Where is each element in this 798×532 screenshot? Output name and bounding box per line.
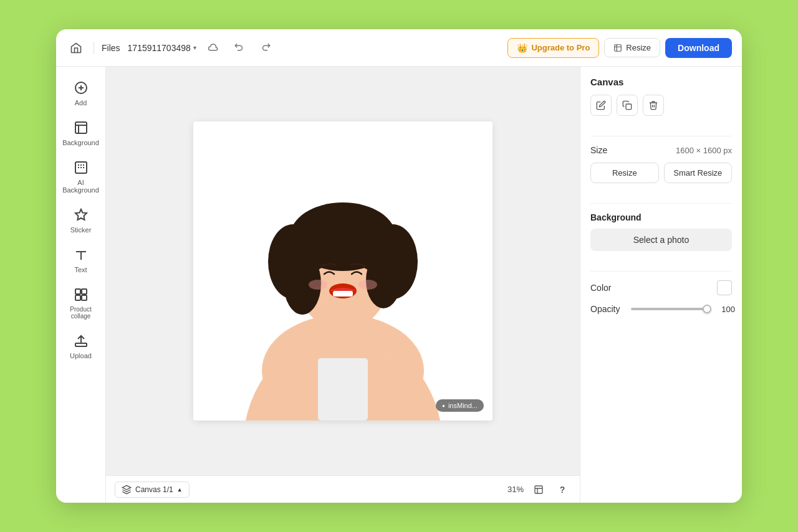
redo-button[interactable] [256, 39, 275, 57]
layers-button[interactable]: Canvas 1/1 ▲ [115, 482, 190, 498]
sidebar-item-sticker[interactable]: Sticker [60, 201, 102, 239]
sidebar-item-ai-background[interactable]: AI Background [60, 154, 102, 199]
sidebar-item-background[interactable]: Background [60, 114, 102, 151]
svg-rect-19 [318, 358, 368, 420]
svg-rect-14 [75, 343, 87, 346]
divider-3 [590, 271, 732, 272]
svg-rect-12 [75, 295, 80, 300]
svg-rect-10 [75, 289, 80, 294]
files-nav[interactable]: Files [102, 43, 120, 53]
sidebar-label-sticker: Sticker [70, 226, 92, 234]
project-chevron-icon: ▾ [193, 44, 196, 51]
home-button[interactable] [66, 38, 86, 58]
download-button[interactable]: Download [665, 38, 732, 58]
sidebar-label-text: Text [74, 266, 87, 273]
layers-icon [122, 485, 132, 495]
canvas-bottom-bar: Canvas 1/1 ▲ 31% ? [106, 475, 580, 503]
sidebar-label-ai-background: AI Background [62, 179, 100, 194]
canvas-area: ● insMind... Canvas 1/1 ▲ 31% [106, 67, 580, 503]
right-panel: Canvas [580, 67, 742, 503]
background-section-title: Background [590, 212, 732, 222]
sidebar-label-add: Add [75, 99, 87, 107]
size-value: 1600 × 1600 px [676, 146, 732, 155]
size-label: Size [590, 145, 607, 155]
cloud-save-button[interactable] [204, 39, 223, 57]
canvas-workspace[interactable]: ● insMind... [106, 67, 580, 475]
sidebar-item-product-collage[interactable]: Product collage [60, 281, 102, 325]
canvas-image [193, 121, 493, 420]
opacity-row: Opacity 100 [590, 304, 732, 314]
divider-1 [590, 136, 732, 136]
select-photo-button[interactable]: Select a photo [590, 229, 732, 251]
svg-point-32 [309, 280, 327, 290]
project-name[interactable]: 1715911703498 ▾ [128, 43, 196, 53]
zoom-value: 31% [507, 485, 524, 494]
product-collage-icon [72, 286, 90, 303]
svg-point-27 [299, 206, 387, 255]
left-sidebar: Add Background [56, 67, 106, 503]
background-icon [72, 119, 90, 136]
duplicate-button[interactable] [617, 95, 638, 116]
text-icon [72, 246, 90, 264]
color-row: Color [590, 280, 732, 295]
undo-button[interactable] [230, 39, 249, 57]
watermark: ● insMind... [436, 399, 484, 412]
help-button[interactable]: ? [554, 481, 571, 498]
sidebar-label-upload: Upload [70, 352, 92, 359]
divider-2 [590, 203, 732, 204]
color-label: Color [590, 283, 611, 293]
svg-rect-0 [615, 44, 622, 51]
resize-button[interactable]: Resize [604, 38, 660, 57]
topbar-divider [94, 42, 94, 54]
panel-title: Canvas [590, 77, 732, 87]
svg-rect-11 [82, 289, 87, 294]
panel-icon-row [590, 95, 732, 116]
sidebar-label-background: Background [62, 139, 99, 146]
sidebar-item-add[interactable]: Add [60, 74, 102, 112]
sidebar-label-product-collage: Product collage [62, 306, 100, 320]
paint-format-button[interactable] [590, 95, 612, 116]
svg-rect-4 [75, 122, 87, 133]
color-swatch[interactable] [717, 280, 732, 295]
size-row: Size 1600 × 1600 px [590, 145, 732, 155]
watermark-dot-icon: ● [442, 403, 445, 409]
svg-rect-31 [333, 291, 353, 297]
main-layout: Add Background [56, 67, 742, 503]
sidebar-item-upload[interactable]: Upload [60, 327, 102, 364]
ai-background-icon [72, 159, 90, 176]
upload-icon [72, 332, 90, 349]
opacity-slider[interactable] [631, 308, 711, 310]
opacity-label: Opacity [590, 304, 625, 314]
resize-action-button[interactable]: Resize [590, 163, 659, 183]
export-icon-button[interactable] [530, 481, 547, 498]
topbar-left: Files 1715911703498 ▾ [66, 38, 500, 58]
sidebar-item-text[interactable]: Text [60, 241, 102, 278]
topbar: Files 1715911703498 ▾ [56, 29, 742, 67]
svg-rect-13 [82, 295, 87, 300]
svg-rect-37 [535, 486, 542, 493]
add-icon [72, 79, 90, 97]
upgrade-to-pro-button[interactable]: 👑 Upgrade to Pro [507, 38, 599, 58]
svg-rect-38 [626, 104, 632, 110]
layers-chevron-icon: ▲ [177, 487, 183, 493]
crown-icon: 👑 [517, 43, 527, 53]
sticker-icon [72, 206, 90, 224]
delete-button[interactable] [643, 95, 664, 116]
canvas-frame: ● insMind... [193, 121, 493, 420]
resize-btn-row: Resize Smart Resize [590, 163, 732, 183]
opacity-value: 100 [718, 305, 735, 314]
svg-marker-36 [122, 485, 130, 490]
smart-resize-button[interactable]: Smart Resize [664, 163, 733, 183]
topbar-right: 👑 Upgrade to Pro Resize Download [507, 38, 732, 58]
svg-point-33 [358, 280, 377, 290]
